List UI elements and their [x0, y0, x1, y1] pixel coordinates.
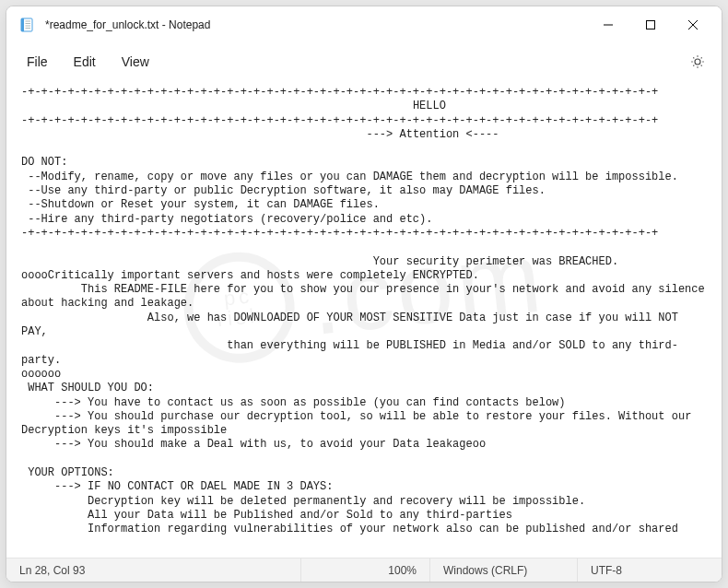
titlebar: *readme_for_unlock.txt - Notepad	[6, 6, 722, 43]
close-button[interactable]	[672, 8, 714, 41]
menu-edit[interactable]: Edit	[61, 49, 109, 75]
status-encoding: UTF-8	[578, 559, 722, 582]
status-position: Ln 28, Col 93	[6, 559, 301, 582]
statusbar: Ln 28, Col 93 100% Windows (CRLF) UTF-8	[6, 558, 722, 582]
menu-file[interactable]: File	[14, 49, 61, 75]
notepad-icon	[19, 18, 34, 32]
svg-rect-7	[647, 21, 655, 29]
menubar: File Edit View	[6, 43, 722, 80]
notepad-window: *readme_for_unlock.txt - Notepad File Ed…	[6, 6, 722, 582]
window-title: *readme_for_unlock.txt - Notepad	[45, 18, 210, 31]
gear-icon	[690, 54, 705, 69]
status-line-ending: Windows (CRLF)	[430, 559, 578, 582]
settings-button[interactable]	[681, 49, 714, 75]
maximize-button[interactable]	[629, 8, 672, 41]
status-zoom[interactable]: 100%	[301, 559, 430, 582]
minimize-button[interactable]	[587, 8, 629, 41]
window-controls	[587, 8, 714, 41]
svg-rect-1	[21, 18, 24, 31]
menu-view[interactable]: View	[109, 49, 162, 75]
text-content[interactable]: -+-+-+-+-+-+-+-+-+-+-+-+-+-+-+-+-+-+-+-+…	[6, 80, 722, 558]
